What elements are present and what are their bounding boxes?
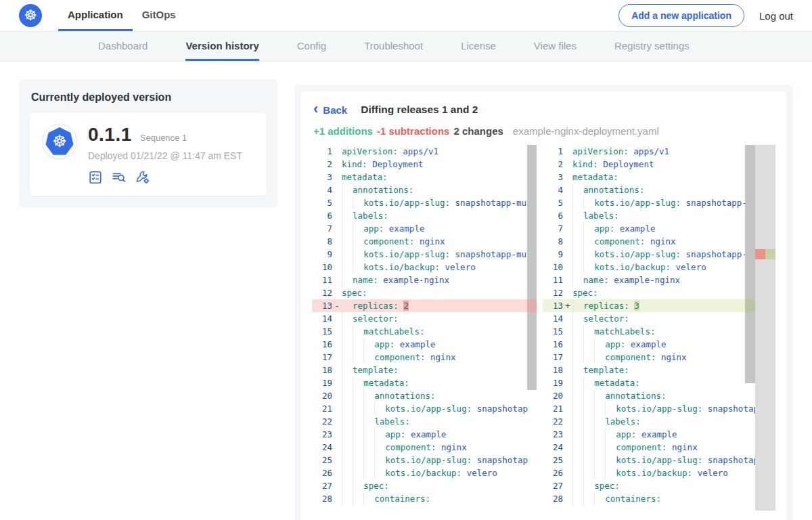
scrollbar-removed-marker (527, 299, 537, 312)
line-number: 24 (543, 441, 563, 454)
release-notes-checklist-icon[interactable] (88, 170, 103, 185)
diff-marker (563, 415, 572, 428)
diff-marker (563, 428, 572, 441)
code-text: kots.io/backup: velero (572, 467, 775, 479)
diff-marker (332, 209, 342, 222)
code-line: 25 kots.io/app-slug: snapshotap (312, 454, 537, 467)
diff-marker (563, 235, 572, 248)
diff-marker (332, 376, 342, 389)
diff-marker (332, 441, 342, 454)
code-text: annotations: (342, 183, 537, 196)
diff-filename: example-nginx-deployment.yaml (513, 125, 659, 137)
code-text: template: (342, 364, 537, 376)
tab-application[interactable]: Application (58, 0, 133, 31)
diff-marker (563, 376, 572, 389)
diff-marker (563, 286, 572, 299)
line-number: 15 (312, 325, 332, 338)
back-label: Back (323, 104, 347, 116)
line-number: 10 (543, 261, 563, 274)
configure-wrench-gear-icon[interactable] (135, 170, 150, 185)
diff-marker (563, 261, 572, 274)
diff-marker (332, 428, 342, 441)
line-number: 11 (543, 274, 563, 286)
chevron-left-icon: ‹ (313, 104, 318, 114)
code-line: 3metadata: (312, 171, 537, 183)
code-text: matchLabels: (342, 325, 537, 338)
line-number: 6 (543, 209, 563, 222)
line-number: 27 (312, 479, 332, 492)
diff-marker (332, 261, 342, 274)
code-text: component: nginx (342, 441, 537, 454)
diff-marker (332, 415, 342, 428)
subtab-registry-settings[interactable]: Registry settings (614, 32, 690, 61)
subtab-version-history[interactable]: Version history (185, 32, 258, 61)
subtab-dashboard[interactable]: Dashboard (98, 32, 148, 61)
code-line: 20 annotations: (543, 389, 775, 402)
line-number: 12 (543, 286, 563, 299)
code-line-changed: 13+ replicas: 3 (543, 299, 775, 312)
code-line: 27 spec: (312, 479, 537, 492)
diff-marker (563, 312, 572, 325)
code-line: 19 metadata: (312, 376, 537, 389)
line-number: 13 (312, 299, 332, 312)
tab-gitops[interactable]: GitOps (133, 0, 185, 31)
code-text: selector: (342, 312, 537, 325)
diff-marker (332, 351, 342, 364)
line-number: 4 (312, 183, 332, 196)
subnav: DashboardVersion historyConfigTroublesho… (0, 32, 812, 62)
line-number: 19 (543, 376, 563, 389)
line-number: 22 (543, 415, 563, 428)
scrollbar-thumb[interactable] (527, 145, 537, 390)
subtractions-count: -1 subtractions (377, 125, 450, 137)
diff-marker (563, 248, 572, 261)
line-number: 11 (312, 274, 332, 286)
diff-marker (563, 402, 572, 415)
code-line: 16 app: example (312, 338, 537, 351)
code-line: 2kind: Deployment (312, 158, 537, 171)
code-line: 7 app: example (312, 222, 537, 235)
code-line: 15 matchLabels: (312, 325, 537, 338)
subtab-view-files[interactable]: View files (534, 32, 577, 61)
diff-marker (563, 274, 572, 286)
scrollbar-thumb[interactable] (745, 145, 755, 383)
code-text: spec: (342, 286, 537, 299)
line-number: 23 (543, 428, 563, 441)
line-number: 5 (543, 196, 563, 209)
line-number: 20 (543, 389, 563, 402)
line-number: 28 (312, 492, 332, 505)
subtab-troubleshoot[interactable]: Troubleshoot (364, 32, 423, 61)
line-number: 1 (543, 145, 563, 158)
line-number: 21 (312, 402, 332, 415)
line-number: 4 (543, 183, 563, 196)
line-number: 16 (312, 338, 332, 351)
view-logs-search-icon[interactable] (111, 170, 127, 185)
line-number: 25 (312, 454, 332, 467)
code-line: 27 spec: (543, 479, 775, 492)
diff-marker (332, 158, 342, 171)
diff-marker (563, 441, 572, 454)
diff-marker (332, 196, 342, 209)
subtab-config[interactable]: Config (297, 32, 326, 61)
code-text: annotations: (342, 389, 537, 402)
code-text: kots.io/app-slug: snapshotap (342, 454, 537, 467)
logout-link[interactable]: Log out (759, 10, 793, 22)
back-link[interactable]: ‹ Back (313, 104, 347, 116)
code-line: 7 app: example (543, 222, 775, 235)
scrollbar-added-marker (745, 299, 755, 312)
code-line: 9 kots.io/app-slug: snapshotapp-mu (312, 248, 537, 261)
top-header: ☸ Application GitOps Add a new applicati… (0, 0, 812, 32)
code-line-changed: 13- replicas: 2 (312, 299, 537, 312)
line-number: 3 (543, 171, 563, 183)
subtab-license[interactable]: License (461, 32, 496, 61)
diff-marker (563, 364, 572, 376)
code-line: 1apiVersion: apps/v1 (543, 145, 775, 158)
code-text: kots.io/backup: velero (342, 467, 537, 479)
code-lines-new: 1apiVersion: apps/v12kind: Deployment3me… (543, 145, 775, 505)
add-new-application-button[interactable]: Add a new application (618, 4, 744, 27)
diff-marker (332, 492, 342, 505)
code-line: 18 template: (543, 364, 775, 376)
line-number: 9 (312, 248, 332, 261)
line-number: 28 (543, 492, 563, 505)
diff-card: ‹ Back Diffing releases 1 and 2 +1 addit… (294, 85, 793, 520)
diff-marker (332, 364, 342, 376)
